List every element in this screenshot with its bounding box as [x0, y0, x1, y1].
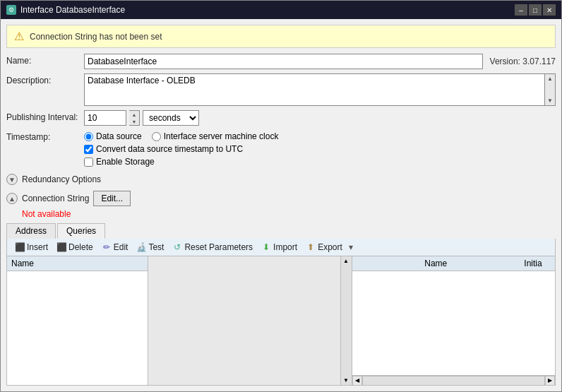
- import-icon: ⬇: [261, 242, 271, 252]
- scroll-down-icon[interactable]: ▼: [546, 96, 554, 105]
- description-label: Description:: [6, 73, 84, 85]
- test-label: Test: [148, 242, 164, 252]
- tab-address-label: Address: [16, 226, 47, 236]
- right-panel: Name Initia ◀ ▶: [352, 256, 556, 385]
- spin-down-button[interactable]: ▼: [129, 118, 139, 125]
- reset-label: Reset Parameters: [184, 242, 253, 252]
- test-button[interactable]: 🔬 Test: [133, 241, 167, 254]
- connection-string-section-header: ▲ Connection String Edit...: [6, 191, 556, 206]
- edit-icon: ✏: [102, 242, 112, 252]
- publishing-row: Publishing Interval: ▲ ▼ seconds minutes…: [6, 110, 556, 126]
- left-panel-header: Name: [7, 256, 148, 271]
- publishing-label: Publishing Interval:: [6, 110, 84, 122]
- middle-panel-body[interactable]: [148, 256, 340, 385]
- tab-queries-label: Queries: [66, 226, 96, 236]
- reset-icon: ↺: [172, 242, 182, 252]
- timestamp-control: Data source Interface server machine clo…: [84, 130, 556, 167]
- enable-storage-checkbox[interactable]: [84, 158, 93, 167]
- description-row: Description: Database Interface - OLEDB …: [6, 73, 556, 106]
- convert-utc-option[interactable]: Convert data source timestamp to UTC: [84, 144, 556, 154]
- delete-button[interactable]: ⬛ Delete: [53, 241, 97, 254]
- table-area: Name ▲ ▼ Name Initia: [6, 256, 556, 386]
- insert-icon: ⬛: [15, 242, 25, 252]
- right-horizontal-scrollbar[interactable]: ◀ ▶: [352, 375, 556, 385]
- test-icon: 🔬: [136, 242, 146, 252]
- description-control: Database Interface - OLEDB ▲ ▼: [84, 73, 556, 106]
- not-available-text: Not available: [22, 209, 556, 219]
- middle-scroll-up-icon[interactable]: ▲: [342, 256, 350, 266]
- import-button[interactable]: ⬇ Import: [258, 241, 301, 254]
- description-scrollbar: ▲ ▼: [544, 73, 556, 106]
- name-row: Name: Version: 3.07.117: [6, 54, 556, 69]
- timestamp-row: Timestamp: Data source Interface server …: [6, 130, 556, 167]
- middle-row-scroll: ▲ ▼: [148, 256, 352, 385]
- title-bar: ⚙ Interface DatabaseInterface – □ ✕: [1, 1, 561, 19]
- timestamp-server-label: Interface server machine clock: [164, 131, 279, 141]
- insert-button[interactable]: ⬛ Insert: [11, 241, 52, 254]
- edit-toolbar-label: Edit: [114, 242, 128, 252]
- publishing-unit-select[interactable]: seconds minutes hours: [143, 110, 199, 126]
- publishing-value-input[interactable]: [84, 110, 126, 126]
- main-window: ⚙ Interface DatabaseInterface – □ ✕ ⚠ Co…: [0, 0, 562, 392]
- description-textarea[interactable]: Database Interface - OLEDB: [84, 73, 556, 106]
- export-button[interactable]: ⬆ Export: [302, 241, 346, 254]
- timestamp-label: Timestamp:: [6, 130, 84, 142]
- version-label: Version: 3.07.117: [490, 57, 556, 66]
- enable-storage-option[interactable]: Enable Storage: [84, 157, 556, 167]
- timestamp-datasource-option[interactable]: Data source: [84, 131, 142, 141]
- delete-label: Delete: [68, 242, 93, 252]
- tab-address[interactable]: Address: [6, 223, 56, 239]
- close-button[interactable]: ✕: [543, 4, 556, 16]
- hscroll-left-arrow[interactable]: ◀: [352, 376, 362, 386]
- toolbar-area: ⬛ Insert ⬛ Delete ✏ Edit 🔬 Test ↺ Reset …: [6, 239, 556, 256]
- left-col-name: Name: [11, 259, 34, 268]
- middle-scroll-down-icon[interactable]: ▼: [342, 376, 350, 385]
- toolbar-more: ▾: [349, 242, 353, 252]
- publishing-spinner: ▲ ▼: [129, 110, 140, 126]
- tabs-area: Address Queries: [6, 223, 556, 239]
- export-icon: ⬆: [306, 242, 316, 252]
- hscroll-right-arrow[interactable]: ▶: [545, 376, 555, 386]
- title-bar-left: ⚙ Interface DatabaseInterface: [6, 5, 125, 15]
- right-panel-header: Name Initia: [352, 256, 556, 271]
- redundancy-title: Redundancy Options: [22, 174, 101, 184]
- export-label: Export: [318, 242, 342, 252]
- name-input[interactable]: [84, 54, 483, 69]
- middle-vertical-scrollbar[interactable]: ▲ ▼: [340, 256, 352, 385]
- redundancy-section-header: ▼ Redundancy Options: [6, 174, 556, 185]
- import-label: Import: [273, 242, 297, 252]
- convert-utc-checkbox[interactable]: [84, 145, 93, 154]
- timestamp-datasource-label: Data source: [96, 131, 142, 141]
- edit-toolbar-button[interactable]: ✏ Edit: [98, 241, 132, 254]
- redundancy-collapse-button[interactable]: ▼: [6, 174, 18, 185]
- title-bar-controls: – □ ✕: [515, 4, 556, 16]
- minimize-button[interactable]: –: [515, 4, 527, 16]
- connection-string-title: Connection String: [22, 194, 89, 203]
- timestamp-datasource-radio[interactable]: [84, 132, 93, 141]
- left-panel: Name: [7, 256, 148, 385]
- right-panel-body[interactable]: [352, 271, 556, 375]
- connection-string-collapse-button[interactable]: ▲: [6, 193, 18, 204]
- name-label: Name:: [6, 54, 84, 66]
- insert-label: Insert: [27, 242, 48, 252]
- form-area: Name: Version: 3.07.117 Description: Dat…: [6, 54, 556, 171]
- timestamp-server-option[interactable]: Interface server machine clock: [152, 131, 279, 141]
- edit-button[interactable]: Edit...: [93, 191, 131, 206]
- publishing-control: ▲ ▼ seconds minutes hours: [84, 110, 556, 126]
- content-area: ⚠ Connection String has not been set Nam…: [1, 19, 561, 391]
- timestamp-radio-group: Data source Interface server machine clo…: [84, 131, 556, 141]
- name-control: Version: 3.07.117: [84, 54, 556, 69]
- window-title: Interface DatabaseInterface: [20, 5, 125, 15]
- enable-storage-label: Enable Storage: [96, 157, 155, 167]
- hscroll-track[interactable]: [362, 376, 546, 386]
- left-panel-body[interactable]: [7, 271, 148, 385]
- tab-queries[interactable]: Queries: [57, 223, 105, 239]
- middle-panel: ▲ ▼: [148, 256, 352, 385]
- timestamp-server-radio[interactable]: [152, 132, 161, 141]
- right-col-initia: Initia: [515, 259, 551, 268]
- maximize-button[interactable]: □: [529, 4, 542, 16]
- reset-button[interactable]: ↺ Reset Parameters: [169, 241, 256, 254]
- right-col-name: Name: [357, 259, 516, 268]
- spin-up-button[interactable]: ▲: [129, 111, 139, 118]
- scroll-up-icon[interactable]: ▲: [546, 74, 554, 83]
